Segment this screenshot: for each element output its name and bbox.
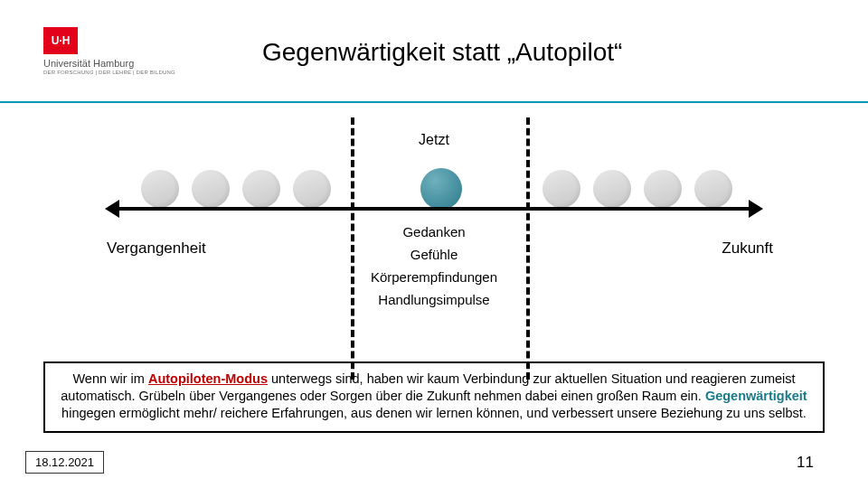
arrow-bar [118,207,750,211]
para-text: hingegen ermöglicht mehr/ reichere Erfah… [61,406,807,420]
center-stack: Gedanken Gefühle Körperempfindungen Hand… [0,224,868,307]
header: U·H Universität Hamburg DER FORSCHUNG | … [0,27,868,81]
para-text: Wenn wir im [72,371,148,386]
timeline-diagram: Jetzt Vergangenheit Zukunft Gedanken Gef… [0,117,868,352]
stack-item: Körperempfindungen [371,269,497,285]
timeline-arrow [118,199,750,219]
explanation-box: Wenn wir im Autopiloten-Modus unterwegs … [43,361,825,433]
uh-logo: U·H Universität Hamburg DER FORSCHUNG | … [43,27,175,75]
highlight-autopilot: Autopiloten-Modus [148,371,268,386]
slide: U·H Universität Hamburg DER FORSCHUNG | … [0,0,868,488]
header-rule [0,101,868,103]
stack-item: Gedanken [402,224,465,239]
uh-logo-text: Universität Hamburg [43,58,175,69]
stack-item: Handlungsimpulse [378,292,489,307]
stack-item: Gefühle [410,247,458,262]
footer-page-number: 11 [797,454,814,472]
footer-date: 18.12.2021 [25,451,104,474]
slide-title: Gegenwärtigkeit statt „Autopilot“ [262,38,622,67]
uh-logo-badge: U·H [43,27,78,54]
highlight-gegenwaertigkeit: Gegenwärtigkeit [705,389,807,403]
label-jetzt: Jetzt [0,132,868,148]
uh-logo-subtext: DER FORSCHUNG | DER LEHRE | DER BILDUNG [43,70,175,75]
